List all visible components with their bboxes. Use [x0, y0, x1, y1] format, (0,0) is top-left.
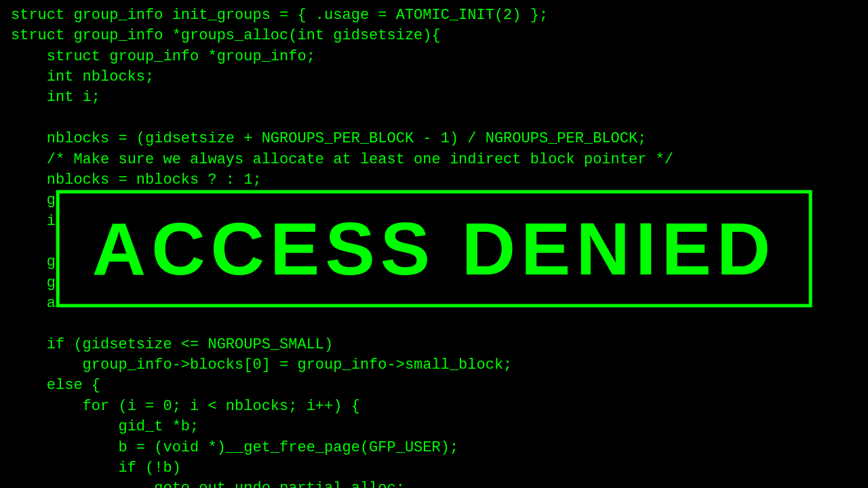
screen: struct group_info init_groups = { .usage… [0, 0, 868, 488]
access-denied-overlay: ACCESS DENIED [56, 190, 812, 307]
access-denied-text: ACCESS DENIED [92, 205, 776, 291]
